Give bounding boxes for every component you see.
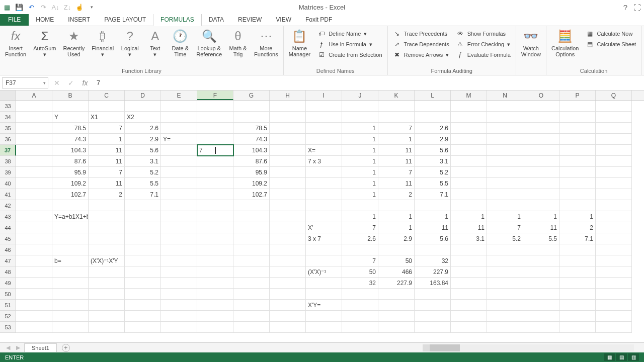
- cell[interactable]: 227.9: [378, 278, 415, 289]
- cell[interactable]: [197, 278, 233, 289]
- cell[interactable]: [342, 244, 378, 255]
- cell[interactable]: [306, 278, 342, 289]
- cell[interactable]: 104.3: [52, 145, 89, 156]
- cell[interactable]: [270, 200, 306, 211]
- cell[interactable]: [523, 244, 559, 255]
- touch-icon[interactable]: ☝: [75, 3, 84, 11]
- cell[interactable]: [451, 156, 487, 167]
- cell[interactable]: 1: [559, 211, 596, 222]
- cell[interactable]: [415, 200, 451, 211]
- cell[interactable]: [52, 101, 89, 112]
- page-break-view-icon[interactable]: ▥: [628, 353, 639, 361]
- cell[interactable]: 227.9: [415, 266, 451, 278]
- cell[interactable]: 7: [197, 145, 233, 156]
- cell[interactable]: [415, 322, 451, 333]
- cell[interactable]: [197, 266, 233, 278]
- cell[interactable]: [559, 278, 596, 289]
- cell[interactable]: [125, 200, 161, 211]
- cell[interactable]: [451, 322, 487, 333]
- row-header[interactable]: 33: [0, 101, 16, 112]
- cell[interactable]: 1: [342, 189, 378, 200]
- insert-function-button[interactable]: fxInsert Function: [3, 27, 28, 58]
- cell[interactable]: [523, 123, 559, 134]
- cell[interactable]: [523, 300, 559, 311]
- cell[interactable]: [559, 156, 596, 167]
- cell[interactable]: [125, 233, 161, 244]
- cell[interactable]: [52, 233, 89, 244]
- cell[interactable]: [270, 322, 306, 333]
- cell[interactable]: [161, 211, 197, 222]
- cell[interactable]: [161, 244, 197, 255]
- tab-view[interactable]: VIEW: [269, 14, 298, 26]
- cell[interactable]: [596, 278, 632, 289]
- cell[interactable]: [89, 322, 125, 333]
- cell[interactable]: [161, 222, 197, 233]
- cell[interactable]: [559, 123, 596, 134]
- calculate-now-button[interactable]: ▦Calculate Now: [585, 29, 637, 38]
- sheet-nav-prev-icon[interactable]: ◀: [4, 344, 12, 351]
- cell[interactable]: [306, 200, 342, 211]
- cell[interactable]: [197, 289, 233, 300]
- cell[interactable]: [161, 289, 197, 300]
- cell[interactable]: [523, 278, 559, 289]
- cell[interactable]: 32: [342, 278, 378, 289]
- recently-used-button[interactable]: ★Recently Used: [61, 27, 87, 58]
- cell[interactable]: [125, 101, 161, 112]
- cell[interactable]: [487, 266, 523, 278]
- add-sheet-icon[interactable]: +: [62, 344, 70, 352]
- cell[interactable]: [233, 244, 270, 255]
- trace-dependents-button[interactable]: ↗Trace Dependents: [392, 40, 450, 49]
- cell[interactable]: 1: [378, 222, 415, 233]
- cell[interactable]: 5.5: [415, 178, 451, 189]
- cell[interactable]: [16, 145, 52, 156]
- cell[interactable]: [16, 189, 52, 200]
- cell[interactable]: 11: [451, 222, 487, 233]
- cell[interactable]: [306, 167, 342, 178]
- cell[interactable]: [161, 278, 197, 289]
- cell[interactable]: 11: [415, 222, 451, 233]
- cell[interactable]: 78.5: [233, 123, 270, 134]
- cell[interactable]: [559, 101, 596, 112]
- cell[interactable]: 109.2: [52, 178, 89, 189]
- cell[interactable]: [451, 278, 487, 289]
- cell[interactable]: [197, 178, 233, 189]
- cell[interactable]: [559, 255, 596, 266]
- cell[interactable]: [342, 101, 378, 112]
- cell[interactable]: 11: [378, 178, 415, 189]
- cell[interactable]: [161, 200, 197, 211]
- tab-file[interactable]: FILE: [0, 14, 29, 26]
- row-header[interactable]: 38: [0, 156, 16, 167]
- cell[interactable]: [16, 178, 52, 189]
- page-layout-view-icon[interactable]: ▤: [616, 353, 627, 361]
- cell[interactable]: [125, 322, 161, 333]
- cell[interactable]: [378, 112, 415, 123]
- cell[interactable]: [16, 233, 52, 244]
- cell[interactable]: X'Y=: [306, 300, 342, 311]
- cell[interactable]: [306, 211, 342, 222]
- cell[interactable]: 87.6: [52, 156, 89, 167]
- row-header[interactable]: 49: [0, 278, 16, 289]
- cell[interactable]: [451, 101, 487, 112]
- cell[interactable]: 1: [342, 178, 378, 189]
- cell[interactable]: [596, 156, 632, 167]
- cell[interactable]: 1: [342, 211, 378, 222]
- cell[interactable]: [52, 200, 89, 211]
- show-formulas-button[interactable]: 👁Show Formulas: [455, 29, 512, 38]
- cell[interactable]: [559, 200, 596, 211]
- cell[interactable]: [596, 134, 632, 145]
- cell[interactable]: [161, 233, 197, 244]
- row-header[interactable]: 46: [0, 244, 16, 255]
- column-header[interactable]: E: [161, 90, 197, 100]
- cell[interactable]: 11: [89, 145, 125, 156]
- cell[interactable]: [451, 300, 487, 311]
- cell[interactable]: [487, 300, 523, 311]
- cell[interactable]: [596, 145, 632, 156]
- cell[interactable]: [523, 134, 559, 145]
- normal-view-icon[interactable]: ▦: [604, 353, 615, 361]
- cell[interactable]: [125, 266, 161, 278]
- column-header[interactable]: K: [378, 90, 415, 100]
- cell[interactable]: [270, 300, 306, 311]
- cell[interactable]: [596, 222, 632, 233]
- cell[interactable]: 7: [342, 222, 378, 233]
- cell[interactable]: [89, 266, 125, 278]
